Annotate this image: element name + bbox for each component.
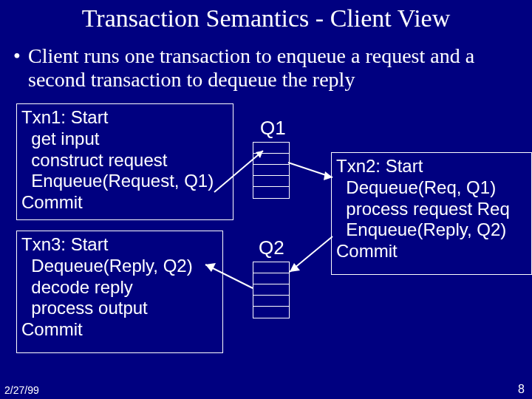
arrow-txn2-to-q2 xyxy=(290,236,332,272)
footer-page-number: 8 xyxy=(518,383,525,396)
txn2-box: Txn2: Start Dequeue(Req, Q1) process req… xyxy=(331,152,532,275)
q2-queue-icon xyxy=(253,262,290,318)
bullet-dot: • xyxy=(13,44,28,68)
bullet-row: •Client runs one transaction to enqueue … xyxy=(13,44,519,92)
slide: Transaction Semantics - Client View •Cli… xyxy=(0,0,532,399)
arrow-q1-to-txn2 xyxy=(288,163,332,177)
bullet-text: Client runs one transaction to enqueue a… xyxy=(28,44,516,92)
txn1-box: Txn1: Start get input construct request … xyxy=(16,103,233,220)
q1-label: Q1 xyxy=(260,117,286,140)
q1-queue-icon xyxy=(253,142,290,199)
slide-title: Transaction Semantics - Client View xyxy=(0,4,532,33)
q2-label: Q2 xyxy=(259,236,284,259)
footer-date: 2/27/99 xyxy=(4,384,39,396)
txn3-box: Txn3: Start Dequeue(Reply, Q2) decode re… xyxy=(16,231,223,353)
arrowhead-icon xyxy=(290,263,300,272)
